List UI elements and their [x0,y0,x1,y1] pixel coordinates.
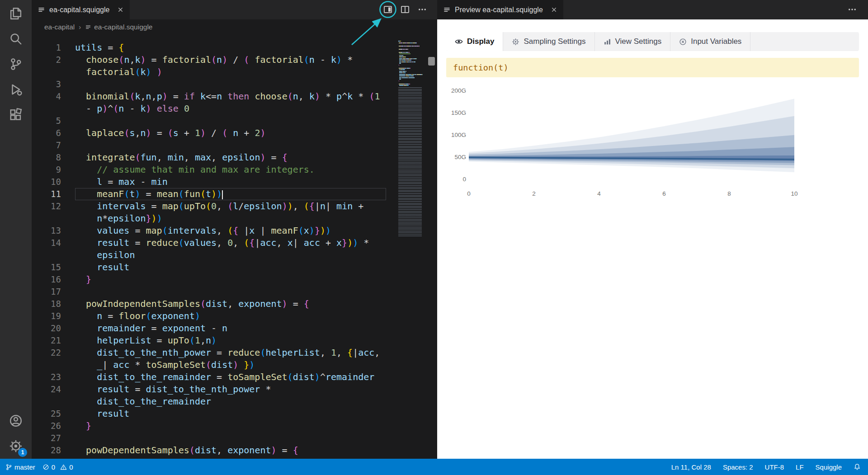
code-line[interactable]: 7 [32,139,396,151]
ellipsis-icon [418,5,427,14]
code-line[interactable]: 10l = max - min [32,176,396,188]
code-line[interactable]: 5 [32,115,396,127]
code-line[interactable]: 19n = floor(exponent) [32,310,396,322]
breadcrumb-file[interactable]: ea-capital.squiggle [85,23,152,31]
line-number: 4 [32,90,61,115]
svg-text:200G: 200G [451,87,466,94]
chevron-right-icon: › [79,23,81,31]
code-line[interactable]: 12intervals = map(upTo(0, (l/epsilon)), … [32,200,396,225]
code-line[interactable]: 25result [32,408,396,420]
eol-indicator[interactable]: LF [796,463,804,471]
tab-display[interactable]: Display [446,32,503,51]
code-line[interactable]: 11meanF(t) = mean(fun(t)) [32,188,396,200]
code-line[interactable]: 6laplace(s,n) = (s + 1) / ( n + 2) [32,127,396,139]
code-line[interactable]: 21helperList = upTo(1,n) [32,334,396,347]
indentation-indicator[interactable]: Spaces: 2 [723,463,753,471]
line-number: 5 [32,115,61,127]
svg-text:4: 4 [597,190,601,197]
code-line[interactable]: 9// assume that min and max are integers… [32,164,396,176]
tab-view-settings[interactable]: View Settings [595,32,671,51]
svg-text:6: 6 [662,190,666,197]
distribution-chart: 050G100G150G200G0246810 [446,83,859,203]
code-line[interactable]: 27 [32,432,396,444]
close-icon[interactable] [551,6,557,13]
code-line[interactable]: 28powDependentSamples(dist, exponent) = … [32,444,396,456]
notifications-bell[interactable] [854,463,861,470]
preview-group: Preview ea-capital.squiggle Display [437,0,868,459]
code-line[interactable]: 18powIndependentSamples(dist, exponent) … [32,298,396,310]
code-line[interactable]: 4binomial(k,n,p) = if k<=n then choose(n… [32,90,396,115]
sidebar-item-extensions[interactable] [0,102,32,127]
more-actions-button[interactable] [415,3,429,16]
branch-icon [5,464,12,470]
svg-text:100G: 100G [451,132,466,138]
code-line[interactable]: 22dist_to_the_nth_power = reduce(helperL… [32,347,396,371]
vscode-window: 1 ea-capital.squiggle [0,0,868,475]
code-line[interactable]: 26} [32,420,396,432]
code-line[interactable]: 13values = map(intervals, ({ |x | meanF(… [32,225,396,237]
code-line[interactable]: 14result = reduce(values, 0, ({|acc, x| … [32,237,396,261]
code-editor[interactable]: 1utils = {2choose(n,k) = factorial(n) / … [32,34,437,459]
preview-tabs: Display Sampling Settings View Settings [446,32,859,51]
run-debug-icon [9,83,23,96]
settings-button[interactable]: 1 [0,433,32,459]
code-line[interactable]: 17 [32,286,396,298]
search-icon [9,32,23,46]
svg-text:2: 2 [532,190,536,197]
code-area[interactable]: 1utils = {2choose(n,k) = factorial(n) / … [32,34,396,459]
editor-group: ea-capital.squiggle [32,0,437,459]
close-icon[interactable] [117,6,124,13]
code-line[interactable]: 23dist_to_the_remainder = toSampleSet(di… [32,371,396,383]
split-editor-icon [401,5,410,14]
line-number: 7 [32,139,61,151]
preview-content: Display Sampling Settings View Settings [437,19,868,459]
breadcrumb-folder[interactable]: ea-capital [44,23,75,31]
sidebar-item-run-debug[interactable] [0,77,32,102]
line-number: 3 [32,78,61,90]
code-line[interactable]: 8integrate(fun, min, max, epsilon) = { [32,151,396,164]
branch-indicator[interactable]: master [5,463,35,471]
code-line[interactable]: 24result = dist_to_the_nth_power * dist_… [32,383,396,408]
sidebar-item-source-control[interactable] [0,52,32,77]
code-line[interactable]: 20remainder = exponent - n [32,322,396,334]
language-indicator[interactable]: Squiggle [816,463,842,471]
function-expression-header[interactable]: function(t) [446,58,859,77]
open-preview-to-side-button[interactable] [381,3,395,16]
bell-icon [854,463,861,470]
overview-ruler-handle[interactable] [428,57,435,66]
line-number: 28 [32,444,61,456]
encoding-indicator[interactable]: UTF-8 [765,463,784,471]
code-line[interactable]: 3 [32,78,396,90]
code-line[interactable]: 2choose(n,k) = factorial(n) / ( factoria… [32,54,396,78]
sidebar-item-explorer[interactable] [0,1,32,26]
eye-icon [455,38,463,46]
code-line[interactable]: 1utils = { [32,42,396,54]
text-cursor [222,190,223,199]
line-number: 17 [32,286,61,298]
tab-preview-ea-capital-squiggle[interactable]: Preview ea-capital.squiggle [437,0,563,19]
problems-indicator[interactable]: 0 0 [42,463,73,471]
more-actions-button[interactable] [845,3,859,16]
line-col-indicator[interactable]: Ln 11, Col 28 [671,463,711,471]
sidebar-item-search[interactable] [0,26,32,52]
code-line[interactable]: 29distDependent = toSampleSet(dist) [32,456,396,459]
tab-ea-capital-squiggle[interactable]: ea-capital.squiggle [32,0,130,19]
svg-text:10: 10 [791,190,797,197]
line-number: 26 [32,420,61,432]
minimap[interactable] [398,41,426,236]
split-editor-button[interactable] [398,3,412,16]
code-line[interactable]: 15result [32,261,396,273]
status-bar: master 0 0 Ln 11, Col 28 Spaces: 2 UTF-8… [0,459,868,475]
ellipsis-icon [848,5,857,14]
tab-input-variables[interactable]: Input Variables [670,32,750,51]
accounts-button[interactable] [0,408,32,433]
input-variables-icon [679,38,687,46]
warning-icon [60,464,67,470]
editor-actions [381,3,429,16]
line-number: 6 [32,127,61,139]
line-number: 22 [32,347,61,371]
tab-sampling-settings[interactable]: Sampling Settings [503,32,594,51]
tab-label: ea-capital.squiggle [49,6,109,14]
tab-label: Preview ea-capital.squiggle [455,6,543,14]
code-line[interactable]: 16} [32,273,396,286]
